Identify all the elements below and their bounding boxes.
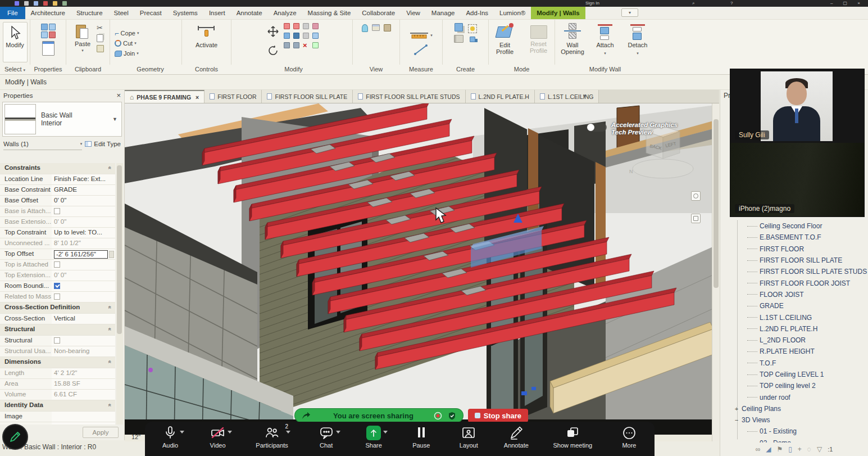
annotate-button[interactable]: Annotate — [501, 426, 531, 449]
tree-item[interactable]: L.2ND FL PLATE.H — [720, 323, 868, 335]
property-value[interactable]: Finish Face: Ext... Finish Face: Ext... — [52, 174, 115, 184]
properties-toggle-button[interactable] — [38, 22, 58, 57]
pause-button[interactable]: Pause — [406, 426, 437, 449]
create-assembly-icon[interactable] — [470, 37, 475, 42]
cope-button[interactable]: ⌐ Cope▾ — [115, 28, 139, 38]
property-value[interactable]: 0' 0" 0' 0" — [52, 217, 115, 227]
view-tab[interactable]: ⌂ FIRST FLOOR × — [204, 90, 262, 103]
ribbon-display-toggle[interactable]: ▾ — [621, 8, 638, 17]
ribbon-tab[interactable]: Systems — [167, 7, 203, 19]
cut-scissors-icon[interactable]: ✂ — [97, 24, 104, 31]
tree-item[interactable]: Ceiling Second Floor — [720, 220, 868, 232]
redo-icon[interactable] — [62, 1, 67, 6]
tree-item[interactable]: FIRST FLOOR FLOOR JOIST — [720, 277, 868, 288]
ribbon-tab[interactable]: Analyze — [268, 7, 302, 19]
property-value[interactable]: 0' 0" 0' 0" — [52, 270, 115, 281]
property-checkbox[interactable] — [54, 294, 60, 300]
scale-indicator[interactable]: 12" — [131, 434, 140, 440]
participants-button[interactable]: 2 Participants — [250, 426, 294, 449]
tree-item[interactable]: TOP ceiling level 2 — [720, 380, 868, 391]
property-value[interactable]: 0' 0" 0' 0" — [52, 196, 115, 206]
toggle-switch[interactable] — [587, 123, 607, 132]
property-checkbox[interactable] — [54, 337, 60, 344]
move-icon[interactable] — [267, 25, 279, 40]
property-value[interactable]: 6.61 CF 6.61 CF — [52, 390, 115, 400]
property-value[interactable]: 8' 10 1/2" 8' 10 1/2" — [52, 238, 115, 249]
view-tab[interactable]: ⌂ FIRST FLOOR SILL PLATE STUDS × — [353, 90, 465, 103]
tree-expander[interactable]: − — [733, 417, 740, 423]
tree-item[interactable]: T.O.F — [720, 358, 868, 369]
collapse-icon[interactable]: « — [107, 306, 113, 309]
pin-select-icon[interactable]: ⚑ — [776, 446, 783, 453]
link-select-icon[interactable]: ∞ — [756, 446, 761, 453]
match-properties-icon[interactable] — [97, 45, 104, 52]
tree-item[interactable]: R.PLATE HEIGHT — [720, 346, 868, 357]
property-value[interactable]: Non-bearing Non-bearing — [52, 346, 115, 356]
view-tab-overflow-icon[interactable]: ▼ — [582, 93, 592, 99]
property-checkbox[interactable] — [54, 208, 60, 214]
window-controls[interactable]: – ▢ × — [830, 1, 865, 6]
ribbon-tab[interactable]: Massing & Site — [302, 7, 357, 19]
tree-expander[interactable]: + — [733, 405, 740, 412]
annotate-fab-button[interactable] — [2, 424, 28, 450]
meeting-video-panel[interactable]: Sully Gili iPhone (2)magno — [730, 69, 864, 216]
property-value[interactable] — [52, 412, 115, 422]
attach-button[interactable]: Attach ▾ — [590, 22, 620, 57]
tree-item[interactable]: TOP Ceiling LEVEL 1 — [720, 369, 868, 380]
video-tile[interactable]: Sully Gili — [730, 69, 864, 143]
open-icon[interactable] — [24, 1, 29, 6]
lightbulb-icon[interactable] — [362, 24, 368, 32]
modify-tool-button[interactable]: Modify — [3, 22, 28, 62]
chevron-up-icon[interactable] — [383, 431, 388, 434]
sign-in-button[interactable]: Sign In — [585, 1, 599, 6]
copy-icon[interactable] — [97, 34, 103, 42]
tree-item[interactable]: FIRST FLOOR — [720, 243, 868, 255]
chevron-up-icon[interactable] — [228, 431, 232, 434]
chevron-up-icon[interactable] — [336, 431, 340, 434]
property-value[interactable] — [52, 281, 115, 291]
video-button[interactable]: Video — [203, 426, 233, 449]
ribbon-tab[interactable]: File — [0, 7, 25, 19]
quick-access-toolbar[interactable] — [15, 1, 67, 6]
tree-item[interactable]: 01 - Existing — [720, 426, 868, 437]
zoom-tool-button[interactable] — [691, 214, 701, 223]
view-box-icon[interactable] — [384, 24, 391, 31]
underlay-select-icon[interactable]: ◢ — [766, 446, 771, 453]
collapse-icon[interactable]: « — [107, 360, 113, 364]
ruler-icon[interactable]: ▾ — [410, 32, 433, 39]
share-button[interactable]: Share — [358, 426, 389, 449]
collapse-icon[interactable]: « — [107, 404, 113, 407]
steering-wheel-button[interactable] — [691, 191, 701, 201]
ribbon-tab[interactable]: View — [401, 7, 426, 19]
view-tab[interactable]: ⌂ FIRST FLOOR SILL PLATE × — [262, 90, 353, 103]
tree-item[interactable]: FIRST FLOOR SILL PLATE — [720, 255, 868, 266]
create-cube-icon[interactable] — [455, 23, 463, 31]
ribbon-tab[interactable]: Lumion® — [494, 7, 531, 19]
property-value[interactable]: 4' 2 1/2" 4' 2 1/2" — [52, 368, 115, 378]
tree-item[interactable]: L_2ND FLOOR — [720, 335, 868, 346]
close-properties-icon[interactable]: × — [116, 90, 121, 101]
modify-icon-grid[interactable]: × — [284, 23, 320, 50]
layout-button[interactable]: Layout — [453, 426, 484, 449]
print-icon[interactable] — [43, 1, 48, 6]
ribbon-tab[interactable]: Steel — [108, 7, 134, 19]
property-value[interactable]: GRADE GRADE — [52, 185, 115, 195]
stop-share-button[interactable]: Stop share — [468, 409, 528, 422]
record-icon[interactable] — [434, 412, 442, 420]
detach-button[interactable]: Detach ▾ — [623, 22, 652, 57]
undo-icon[interactable] — [53, 1, 57, 6]
property-checkbox[interactable] — [54, 261, 60, 268]
video-tile[interactable]: iPhone (2)magno — [730, 143, 864, 216]
ribbon-tab[interactable]: Collaborate — [356, 7, 401, 19]
property-input[interactable]: -2' 6 161/256" — [54, 250, 108, 259]
tree-item[interactable]: + Ceiling Plans — [720, 403, 868, 414]
paste-button[interactable]: Paste ▾ — [72, 22, 93, 55]
property-value[interactable]: 15.88 SF 15.88 SF — [52, 379, 115, 389]
collapse-icon[interactable]: « — [107, 328, 113, 331]
property-value[interactable] — [52, 206, 115, 216]
view-tab[interactable]: ⌂ L.2ND FL PLATE.H × — [466, 90, 535, 103]
3d-model-scene[interactable]: BACK LEFT N — [125, 103, 719, 441]
save-icon[interactable] — [34, 1, 38, 6]
chevron-down-icon[interactable]: ▼ — [112, 116, 121, 122]
property-value[interactable] — [52, 336, 115, 346]
